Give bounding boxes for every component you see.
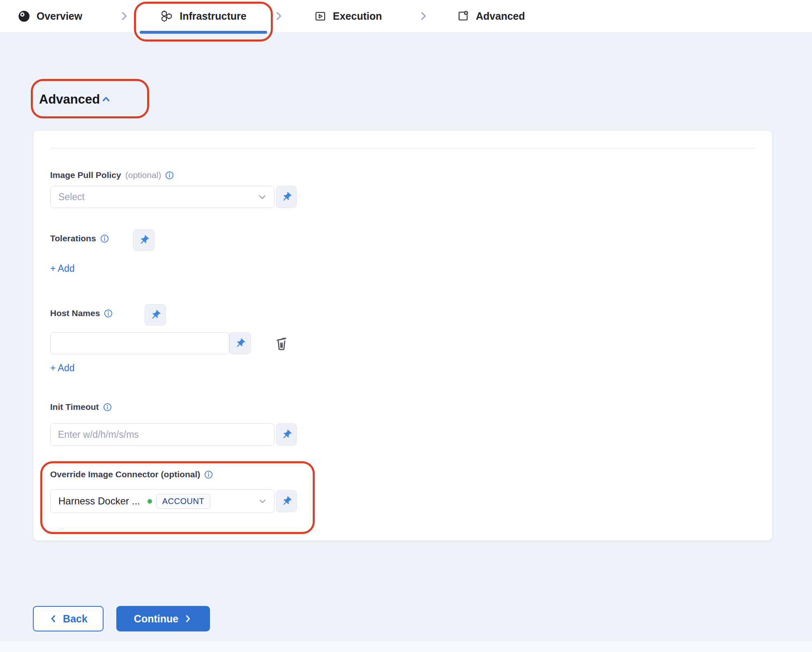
tab-overview[interactable]: Overview xyxy=(18,0,82,32)
connector-scope-badge: ACCOUNT xyxy=(156,494,210,509)
card-top-divider xyxy=(50,148,755,148)
bottom-strip xyxy=(0,641,812,652)
info-icon[interactable] xyxy=(100,234,109,243)
back-button[interactable]: Back xyxy=(33,606,104,631)
chevron-right-icon xyxy=(183,614,192,623)
pin-icon xyxy=(281,429,292,440)
chevron-down-icon xyxy=(258,496,268,506)
override-image-connector-label: Override Image Connector (optional) xyxy=(50,469,213,479)
pipeline-stage-setup-page: Overview Infrastructure Execution xyxy=(0,0,812,652)
init-timeout-label-text: Init Timeout xyxy=(50,402,99,412)
host-names-input-pin-button[interactable] xyxy=(229,332,251,354)
tab-overview-label: Overview xyxy=(37,10,82,22)
pin-icon xyxy=(138,235,150,246)
host-names-label-text: Host Names xyxy=(50,308,100,318)
host-names-pin-button[interactable] xyxy=(145,304,166,326)
info-icon[interactable] xyxy=(104,309,113,318)
overview-icon xyxy=(18,10,30,22)
override-image-connector-label-text: Override Image Connector (optional) xyxy=(50,469,200,479)
advanced-icon xyxy=(457,10,469,22)
chevron-left-icon xyxy=(49,614,58,623)
image-pull-policy-optional-text: (optional) xyxy=(125,170,161,180)
infrastructure-icon xyxy=(160,10,173,23)
back-button-label: Back xyxy=(63,613,88,625)
tolerations-label-text: Tolerations xyxy=(50,234,96,243)
info-icon[interactable] xyxy=(103,403,112,412)
chevron-right-separator xyxy=(418,10,429,22)
tab-advanced[interactable]: Advanced xyxy=(457,0,525,32)
tab-execution-label: Execution xyxy=(333,10,382,22)
host-names-add-link[interactable]: + Add xyxy=(50,363,74,374)
advanced-section-title: Advanced xyxy=(39,92,100,107)
tab-infrastructure[interactable]: Infrastructure xyxy=(140,0,267,32)
init-timeout-input[interactable] xyxy=(50,423,275,446)
host-names-label: Host Names xyxy=(50,308,113,318)
chevron-down-icon xyxy=(257,192,268,202)
continue-button-label: Continue xyxy=(134,613,178,625)
host-names-input[interactable] xyxy=(50,332,229,354)
override-image-connector-pin-button[interactable] xyxy=(276,490,297,512)
image-pull-policy-placeholder: Select xyxy=(58,192,85,203)
tab-advanced-label: Advanced xyxy=(476,10,525,22)
active-tab-underline xyxy=(140,31,267,34)
image-pull-policy-label-text: Image Pull Policy xyxy=(50,170,121,180)
execution-icon xyxy=(314,10,326,22)
info-icon[interactable] xyxy=(204,470,213,479)
advanced-section-heading[interactable]: Advanced xyxy=(39,92,112,107)
tab-infrastructure-label: Infrastructure xyxy=(180,10,247,22)
image-pull-policy-label: Image Pull Policy (optional) xyxy=(50,170,174,180)
tolerations-label: Tolerations xyxy=(50,234,109,243)
init-timeout-label: Init Timeout xyxy=(50,402,112,412)
delete-host-name-icon[interactable] xyxy=(274,335,289,352)
advanced-settings-card: Image Pull Policy (optional) Select Tole… xyxy=(33,131,772,541)
continue-button[interactable]: Continue xyxy=(116,606,210,631)
init-timeout-pin-button[interactable] xyxy=(276,423,297,446)
pin-icon xyxy=(281,496,292,507)
pin-icon xyxy=(235,338,246,349)
collapse-chevron-up-icon[interactable] xyxy=(100,93,112,106)
image-pull-policy-select[interactable]: Select xyxy=(50,186,275,208)
connector-status-dot xyxy=(148,499,152,504)
tab-execution[interactable]: Execution xyxy=(314,0,382,32)
image-pull-policy-pin-button[interactable] xyxy=(276,186,297,208)
connector-value: Harness Docker ... xyxy=(58,495,140,507)
tolerations-pin-button[interactable] xyxy=(133,229,155,251)
override-image-connector-select[interactable]: Harness Docker ... ACCOUNT xyxy=(50,489,275,513)
stage-tab-bar: Overview Infrastructure Execution xyxy=(0,0,812,32)
pin-icon xyxy=(281,192,292,203)
chevron-right-separator xyxy=(273,10,284,22)
pin-icon xyxy=(150,310,161,321)
tolerations-add-link[interactable]: + Add xyxy=(50,263,74,274)
info-icon[interactable] xyxy=(165,171,174,180)
chevron-right-separator xyxy=(118,10,130,22)
